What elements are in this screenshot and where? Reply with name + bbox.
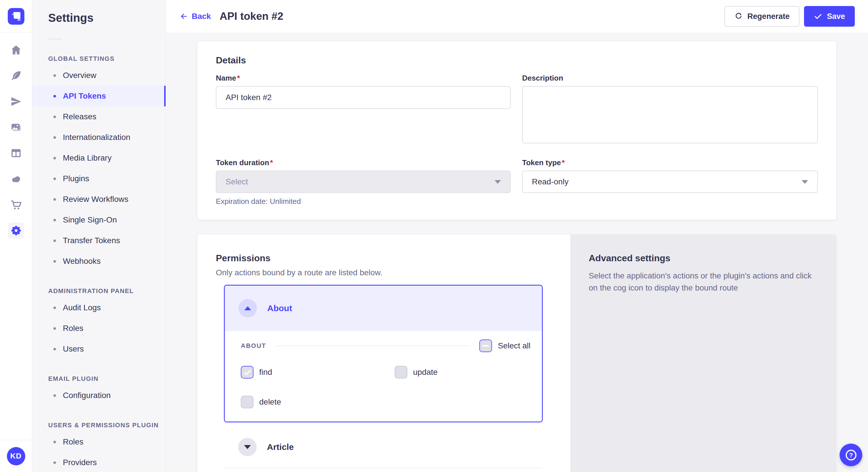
bullet-icon: [53, 157, 56, 160]
refresh-icon: [734, 12, 743, 21]
home-nav-button[interactable]: [8, 42, 24, 58]
check-icon: [243, 368, 252, 377]
name-label: Name*: [216, 74, 510, 82]
nav-section-global-settings: GLOBAL SETTINGS: [32, 53, 166, 65]
sidebar-item-review-workflows[interactable]: Review Workflows: [32, 189, 166, 210]
about-section-label: ABOUT: [241, 342, 266, 349]
logo-area: [0, 0, 32, 33]
description-field-wrapper: Description: [522, 74, 818, 144]
collapse-button[interactable]: [239, 299, 257, 317]
advanced-settings-heading: Advanced settings: [589, 253, 818, 264]
bullet-icon: [53, 260, 56, 263]
sidebar-item-api-tokens[interactable]: API Tokens: [32, 86, 166, 106]
nav-section-administration-panel: ADMINISTRATION PANEL: [32, 285, 166, 297]
sidebar-item-transfer-tokens[interactable]: Transfer Tokens: [32, 230, 166, 251]
chevron-down-icon: [244, 445, 251, 449]
cloud-icon: [10, 173, 22, 185]
bullet-icon: [53, 198, 56, 201]
permissions-pane: Permissions Only actions bound by a rout…: [197, 235, 570, 472]
chevron-down-icon: [802, 180, 808, 184]
cart-icon: [10, 199, 22, 211]
question-mark-icon: ?: [844, 448, 858, 462]
select-all-checkbox[interactable]: [479, 339, 492, 352]
sidebar-item-email-configuration[interactable]: Configuration: [32, 385, 166, 406]
regenerate-button[interactable]: Regenerate: [724, 6, 799, 27]
svg-text:?: ?: [849, 452, 853, 459]
sidebar-item-internationalization[interactable]: Internationalization: [32, 127, 166, 148]
description-label: Description: [522, 74, 818, 82]
content-manager-nav-button[interactable]: [8, 68, 24, 84]
paper-plane-icon: [10, 96, 22, 107]
details-heading: Details: [216, 55, 818, 66]
select-all-label: Select all: [498, 341, 530, 350]
token-duration-select[interactable]: Select: [216, 171, 510, 193]
delete-checkbox[interactable]: [241, 396, 253, 408]
content-type-builder-nav-button[interactable]: [8, 145, 24, 161]
sidebar-item-audit-logs[interactable]: Audit Logs: [32, 297, 166, 318]
sidebar-item-media-library[interactable]: Media Library: [32, 148, 166, 168]
article-accordion-header[interactable]: Article: [216, 428, 552, 466]
action-find: find: [241, 366, 395, 378]
expiration-hint: Expiration date: Unlimited: [216, 197, 510, 206]
bullet-icon: [53, 95, 56, 98]
accordion-label: About: [267, 303, 292, 313]
rail-footer: KD: [0, 440, 32, 472]
bullet-icon: [53, 307, 56, 309]
media-library-nav-button[interactable]: [8, 119, 24, 135]
select-all-row: ABOUT Select all: [241, 339, 530, 352]
page-content: Details Name* Description Token duration…: [166, 33, 868, 472]
media-library-icon: [10, 121, 22, 133]
release-nav-button[interactable]: [8, 94, 24, 109]
sidebar-title: Settings: [32, 11, 166, 24]
required-asterisk: *: [562, 158, 565, 167]
details-form-row1: Name* Description: [216, 74, 818, 144]
settings-gear-icon: [10, 225, 22, 237]
help-button[interactable]: ?: [840, 444, 862, 466]
back-link[interactable]: Back: [180, 12, 211, 21]
required-asterisk: *: [270, 158, 273, 167]
about-accordion-header[interactable]: About: [225, 285, 542, 331]
feather-icon: [10, 70, 22, 82]
bullet-icon: [53, 177, 56, 180]
permissions-heading: Permissions: [216, 253, 552, 264]
nav-section-users-permissions-plugin: USERS & PERMISSIONS PLUGIN: [32, 419, 166, 432]
deploy-nav-button[interactable]: [8, 171, 24, 187]
settings-nav-button[interactable]: [8, 223, 24, 239]
sidebar-item-admin-users[interactable]: Users: [32, 339, 166, 359]
header-actions: Regenerate Save: [724, 6, 855, 27]
divider: [224, 468, 543, 468]
settings-sidebar: Settings GLOBAL SETTINGS Overview API To…: [32, 0, 166, 472]
expand-button[interactable]: [238, 438, 257, 456]
bullet-icon: [53, 461, 56, 464]
arrow-left-icon: [180, 12, 188, 21]
layout-icon: [10, 147, 22, 159]
sidebar-item-single-sign-on[interactable]: Single Sign-On: [32, 210, 166, 230]
sidebar-item-up-roles[interactable]: Roles: [32, 432, 166, 452]
save-button[interactable]: Save: [804, 6, 855, 27]
sidebar-item-admin-roles[interactable]: Roles: [32, 318, 166, 339]
sidebar-item-plugins[interactable]: Plugins: [32, 168, 166, 189]
token-type-select[interactable]: Read-only: [522, 171, 818, 193]
advanced-settings-panel: Advanced settings Select the application…: [570, 235, 836, 472]
description-textarea[interactable]: [522, 86, 818, 143]
bullet-icon: [53, 74, 56, 77]
update-checkbox[interactable]: [395, 366, 407, 378]
user-avatar[interactable]: KD: [7, 447, 25, 465]
home-icon: [10, 44, 22, 56]
bullet-icon: [53, 136, 56, 139]
advanced-settings-description: Select the application's actions or the …: [589, 270, 815, 294]
sidebar-item-up-providers[interactable]: Providers: [32, 452, 166, 472]
name-input[interactable]: [216, 86, 510, 109]
accordion-label: Article: [267, 442, 293, 452]
marketplace-nav-button[interactable]: [8, 197, 24, 213]
find-checkbox[interactable]: [241, 366, 253, 378]
chevron-up-icon: [244, 306, 251, 310]
strapi-logo[interactable]: [8, 8, 24, 25]
bullet-icon: [53, 441, 56, 443]
chevron-down-icon: [495, 180, 501, 184]
token-duration-label: Token duration*: [216, 158, 510, 167]
bullet-icon: [53, 348, 56, 350]
sidebar-item-webhooks[interactable]: Webhooks: [32, 251, 166, 272]
sidebar-item-overview[interactable]: Overview: [32, 65, 166, 86]
sidebar-item-releases[interactable]: Releases: [32, 106, 166, 127]
